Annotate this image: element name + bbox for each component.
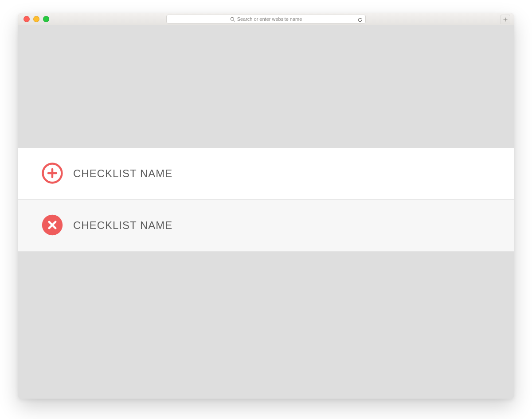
- title-bar: Search or enter website name: [18, 13, 514, 25]
- page-content: CHECKLIST NAME CHECKLIST NAME: [18, 37, 514, 399]
- checklist-row-label: CHECKLIST NAME: [73, 219, 172, 232]
- new-tab-button[interactable]: [501, 15, 510, 24]
- browser-window: Search or enter website name: [18, 13, 514, 399]
- svg-point-0: [231, 17, 234, 20]
- window-close-button[interactable]: [23, 16, 30, 22]
- remove-checklist-button[interactable]: [41, 214, 63, 237]
- tab-strip: [18, 25, 514, 37]
- page-spacer-top: [18, 37, 514, 148]
- checklist-row-add[interactable]: CHECKLIST NAME: [18, 148, 514, 200]
- window-minimize-button[interactable]: [33, 16, 39, 22]
- address-placeholder: Search or enter website name: [230, 16, 302, 22]
- checklist-row-remove[interactable]: CHECKLIST NAME: [18, 200, 514, 252]
- window-zoom-button[interactable]: [43, 16, 49, 22]
- plus-icon: [503, 16, 508, 23]
- address-bar-wrap: Search or enter website name: [166, 15, 366, 23]
- checklist-row-label: CHECKLIST NAME: [73, 167, 172, 180]
- traffic-lights: [18, 16, 49, 22]
- svg-line-1: [233, 20, 235, 21]
- address-bar[interactable]: Search or enter website name: [166, 15, 366, 23]
- add-checklist-button[interactable]: [41, 163, 63, 185]
- x-circle-icon: [41, 214, 63, 237]
- reload-icon[interactable]: [357, 16, 363, 22]
- search-icon: [230, 17, 235, 22]
- address-placeholder-text: Search or enter website name: [237, 16, 302, 22]
- plus-circle-icon: [41, 162, 63, 186]
